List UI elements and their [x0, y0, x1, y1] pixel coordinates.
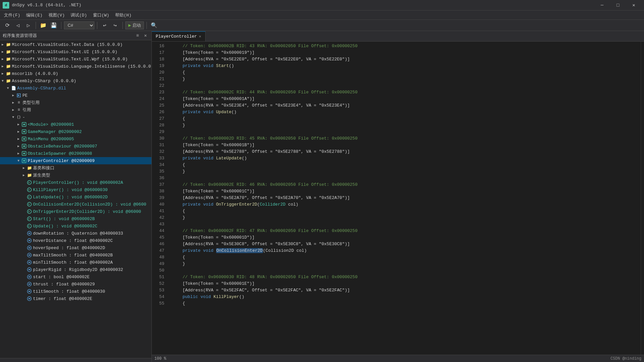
tree-arrow-icon[interactable]: ▶	[11, 101, 16, 105]
toolbar-forward-btn[interactable]: ▷	[24, 21, 33, 30]
language-dropdown[interactable]: C# IL IL with C#	[64, 21, 94, 29]
menu-edit[interactable]: 编辑(E)	[23, 12, 45, 19]
toolbar-save-btn[interactable]: 💾	[49, 21, 58, 30]
tree-node[interactable]: start : bool @0400002E	[0, 273, 151, 280]
tab-close-btn[interactable]: ✕	[199, 34, 201, 39]
tree-node[interactable]: ▶📁派生类型	[0, 172, 151, 179]
maximize-button[interactable]: □	[610, 0, 626, 11]
tree-arrow-icon[interactable]: ▼	[16, 159, 21, 163]
tree-node[interactable]: thrust : float @04000029	[0, 280, 151, 288]
tree-node[interactable]: MOnCollisionEnter2D(Collision2D) : void …	[0, 201, 151, 208]
tree-node[interactable]: ▼PlayerController @02000009	[0, 157, 151, 164]
tree-node[interactable]: ▶GameManager @02000002	[0, 128, 151, 135]
tree-node[interactable]: ▶ObstacleSpawner @02000008	[0, 150, 151, 157]
tree-arrow-icon[interactable]: ▶	[16, 151, 21, 155]
toolbar-open-btn[interactable]: ⟳	[3, 21, 12, 30]
svg-text:M: M	[28, 225, 30, 228]
toolbar-sep4	[122, 22, 123, 29]
tree-node[interactable]: ▶📁Microsoft.VisualStudio.Language.Intell…	[0, 63, 151, 70]
tree-arrow-icon[interactable]: ▶	[0, 64, 5, 68]
tree-arrow-icon[interactable]: ▶	[21, 166, 26, 170]
tree-node-icon	[26, 231, 32, 236]
minimize-button[interactable]: ─	[595, 0, 610, 11]
tree-arrow-icon[interactable]: ▼	[11, 115, 16, 119]
menu-view[interactable]: 视图(V)	[46, 12, 67, 19]
tree-node-icon	[21, 144, 27, 148]
tree-node[interactable]: ▼{}-	[0, 114, 151, 121]
menu-file[interactable]: 文件(F)	[1, 12, 23, 19]
tree-node[interactable]: minTiltSmooth : float @0400002A	[0, 259, 151, 266]
tree-node[interactable]: MOnTriggerEnter2D(Collider2D) : void @06…	[0, 208, 151, 215]
tree-node[interactable]: ▼📁Assembly-CSharp (0.0.0.0)	[0, 77, 151, 84]
attribute: [Token(Token = "0x600001E")]	[172, 281, 255, 286]
tree-node[interactable]: ▶📁Microsoft.VisualStudio.Text.UI (15.0.0…	[0, 48, 151, 55]
tree-node[interactable]: maxTiltSmooth : float @0400002B	[0, 251, 151, 259]
tree-node[interactable]: ▶📁基类和接口	[0, 164, 151, 172]
tree-node[interactable]: ▶📁Microsoft.VisualStudio.Text.UI.Wpf (15…	[0, 55, 151, 63]
tree-node[interactable]: MPlayerController() : void @0600002A	[0, 179, 151, 186]
tree-node[interactable]: hoverDistance : float @0400002C	[0, 237, 151, 244]
tree-arrow-icon[interactable]: ▼	[0, 79, 5, 83]
tree-node-label: timer : float @0400002E	[33, 296, 92, 301]
menu-window[interactable]: 窗口(W)	[90, 12, 112, 19]
tab-player-controller[interactable]: PlayerController ✕	[152, 31, 206, 41]
toolbar-folder-btn[interactable]: 📁	[39, 21, 48, 30]
tree-node[interactable]: ▶MainMenu @02000005	[0, 135, 151, 143]
menu-help[interactable]: 帮助(H)	[113, 12, 134, 19]
tree-view[interactable]: ▶📁Microsoft.VisualStudio.Text.Data (15.0…	[0, 40, 151, 358]
tree-node[interactable]: ▶≡类型引用	[0, 99, 151, 106]
run-button[interactable]: ▶ 启动	[125, 21, 144, 29]
tree-node[interactable]: tiltSmooth : float @04000030	[0, 288, 151, 295]
tree-arrow-icon[interactable]: ▶	[21, 173, 26, 177]
tree-node[interactable]: ▶PE	[0, 92, 151, 99]
svg-rect-47	[28, 298, 30, 299]
tree-node[interactable]: downRotation : Quaternion @04000033	[0, 230, 151, 237]
code-line: // Token: 0x0600002B RID: 43 RVA: 0x0000…	[172, 43, 641, 49]
toolbar-undo-btn[interactable]: ↩	[100, 21, 109, 30]
tree-arrow-icon[interactable]: ▶	[16, 130, 21, 134]
tree-node[interactable]: ▶≡引用	[0, 106, 151, 114]
panel-close-btn[interactable]: ✕	[142, 32, 149, 39]
tab-label: PlayerController	[156, 34, 197, 39]
tree-node[interactable]: ▼📄Assembly-CSharp.dll	[0, 84, 151, 92]
attribute: [Token(Token = "0x600001B")]	[172, 143, 255, 148]
tree-arrow-icon[interactable]: ▼	[5, 86, 11, 90]
tree-node[interactable]: playerRigid : Rigidbody2D @04000032	[0, 266, 151, 273]
code-line: [Token(Token = "0x600001D")]	[172, 234, 641, 241]
tree-node[interactable]: MLateUpdate() : void @0600002D	[0, 193, 151, 201]
tree-node[interactable]: timer : float @0400002E	[0, 295, 151, 302]
line-number: 35	[152, 168, 164, 175]
panel-menu-btn[interactable]: ≡	[134, 32, 141, 39]
tree-arrow-icon[interactable]: ▶	[16, 122, 21, 126]
tree-node[interactable]: MUpdate() : void @0600002C	[0, 222, 151, 230]
tree-arrow-icon[interactable]: ▶	[11, 108, 16, 112]
close-button[interactable]: ✕	[626, 0, 641, 11]
tree-node[interactable]: ▶📁mscorlib (4.0.0.0)	[0, 70, 151, 77]
tree-arrow-icon[interactable]: ▶	[16, 144, 21, 148]
tree-node[interactable]: ▶<Module> @02000001	[0, 121, 151, 128]
code-text: {	[172, 162, 185, 167]
tree-arrow-icon[interactable]: ▶	[11, 93, 16, 97]
tree-node-icon	[26, 289, 32, 294]
toolbar-back-btn[interactable]: ◁	[13, 21, 22, 30]
tree-arrow-icon[interactable]: ▶	[0, 57, 5, 61]
code-line: // Token: 0x06000030 RID: 48 RVA: 0x0000…	[172, 274, 641, 280]
menu-debug[interactable]: 调试(D)	[68, 12, 89, 19]
code-area[interactable]: 1617181920212223242526272829303132333435…	[152, 42, 644, 355]
tree-arrow-icon[interactable]: ▶	[0, 50, 5, 54]
toolbar-redo-btn[interactable]: ↪	[111, 21, 120, 30]
tree-node-label: GameManager @02000002	[28, 129, 82, 134]
tree-arrow-icon[interactable]: ▶	[16, 137, 21, 141]
search-btn[interactable]: 🔍	[149, 21, 159, 30]
right-scrollbar[interactable]	[641, 42, 644, 355]
tree-arrow-icon[interactable]: ▶	[0, 43, 5, 47]
left-horizontal-scrollbar[interactable]	[0, 358, 151, 362]
tree-node[interactable]: hoverSpeed : float @0400002D	[0, 244, 151, 251]
tree-node[interactable]: ▶ObstacleBehaviour @02000007	[0, 143, 151, 150]
tree-node-icon: M	[26, 224, 32, 228]
tree-node[interactable]: ▶📁Microsoft.VisualStudio.Text.Data (15.0…	[0, 41, 151, 48]
tree-node[interactable]: MKillPlayer() : void @06000030	[0, 186, 151, 193]
tree-node-icon	[21, 158, 27, 163]
tree-arrow-icon[interactable]: ▶	[0, 72, 5, 76]
tree-node[interactable]: MStart() : void @0600002B	[0, 215, 151, 222]
